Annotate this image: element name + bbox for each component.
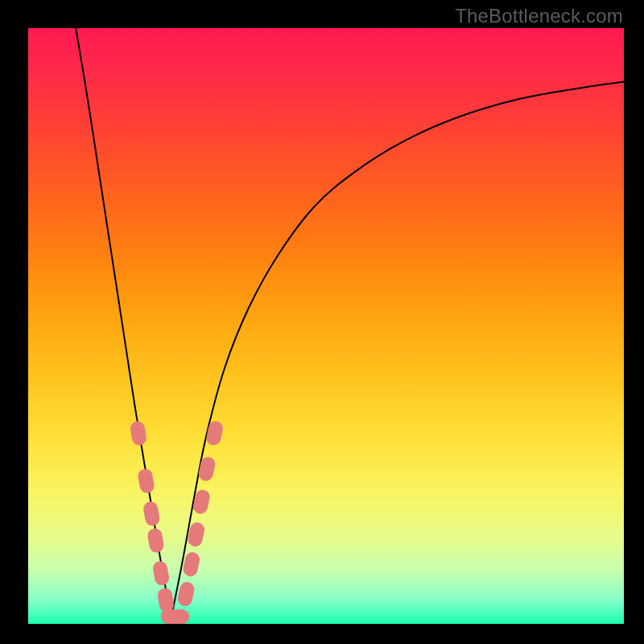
bead-marker — [147, 527, 165, 554]
bead-marker — [176, 580, 196, 607]
bead-marker — [137, 468, 155, 494]
bead-marker — [142, 501, 161, 527]
plot-area — [28, 28, 624, 624]
bottleneck-curve-right — [171, 82, 624, 618]
bead-marker — [205, 420, 225, 447]
bead-marker — [197, 456, 217, 482]
bead-marker — [129, 420, 147, 447]
bead-marker — [152, 560, 171, 587]
chart-frame: TheBottleneck.com — [0, 0, 644, 644]
bead-marker — [156, 587, 175, 613]
bead-marker — [168, 609, 189, 624]
watermark-text: TheBottleneck.com — [455, 5, 623, 27]
curve-layer — [28, 28, 624, 624]
bead-marker — [182, 551, 201, 577]
